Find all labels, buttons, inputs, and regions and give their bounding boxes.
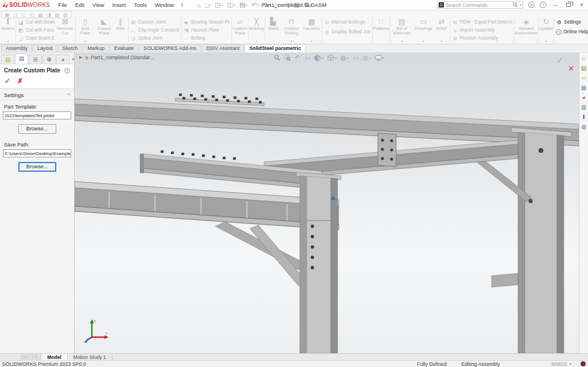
forum-icon[interactable]: ◍ — [581, 123, 586, 130]
last-tab-icon[interactable]: » — [35, 354, 37, 360]
custom-plate-button[interactable]: ▱ Custom Plate — [233, 17, 247, 43]
file-explorer-icon[interactable]: ▱ — [582, 75, 586, 81]
dropdown-caret-icon[interactable]: ▾ — [545, 39, 547, 43]
prev-tab-icon[interactable]: ‹ — [28, 354, 30, 360]
tab-assembly[interactable]: Assembly — [1, 44, 32, 52]
view-palette-icon[interactable]: ▦ — [581, 84, 586, 91]
display-bolted-joints-button[interactable]: ◎Display Bolted Joints — [324, 28, 370, 36]
dropdown-caret-icon[interactable]: ▾ — [84, 39, 86, 43]
toolbar-icon-8[interactable]: ▨ — [63, 12, 68, 18]
dropdown-caret-icon[interactable]: ▾ — [423, 39, 424, 43]
gusset-plate-button[interactable]: ◣ Gusset Plate — [94, 17, 114, 43]
tab-display-manager[interactable]: ◕ — [56, 55, 69, 64]
toolbar-icon-6[interactable]: ◨ — [47, 12, 52, 18]
graphics-viewport[interactable]: ▶ ◈ Part1_completed (Standar... ↶ ◑▾ ▾ ▾… — [75, 53, 579, 353]
cut-with-beams-button[interactable]: ◪Cut with Beams — [18, 18, 55, 26]
cancel-button[interactable]: ✗ — [17, 77, 23, 85]
first-tab-icon[interactable]: « — [24, 354, 26, 360]
tab-layout[interactable]: Layout — [33, 44, 57, 52]
units-selector[interactable]: MMGS▾ — [552, 361, 571, 367]
close-button[interactable]: × — [578, 2, 586, 8]
clip-angle-connection-button[interactable]: ∟Clip Angle Connection — [130, 26, 179, 34]
bolting-button[interactable]: ∴Bolting — [183, 34, 230, 42]
toolbar-icon-1[interactable]: ▣ — [5, 12, 10, 18]
confirmation-ok-icon[interactable]: ✓ — [556, 56, 563, 65]
toolbar-icon-2[interactable]: ◲ — [13, 12, 18, 18]
view-orientation-icon[interactable]: ▾ — [314, 55, 323, 61]
save-path-field[interactable]: C:\Users\Simon\Desktop\Example_1.sldp — [3, 149, 71, 157]
menu-tools[interactable]: Tools — [134, 2, 146, 8]
select-icon[interactable]: ▷▾ — [275, 1, 282, 9]
tab-markup[interactable]: Markup — [83, 44, 109, 52]
cope-beam-end-button[interactable]: ◿Cope Beam End — [18, 34, 55, 42]
patterns-button[interactable]: ∷ Patterns — [373, 17, 389, 43]
collapse-chevron-icon[interactable]: ^ — [68, 92, 70, 98]
tab-solidworks-addins[interactable]: SOLIDWORKS Add-Ins — [139, 44, 201, 52]
manual-boltings-button[interactable]: ⊙Manual Boltings — [324, 18, 370, 26]
sdnf-button[interactable]: ⇄ SDNF ▾ — [434, 17, 449, 43]
design-library-icon[interactable]: ▤ — [581, 65, 586, 71]
cut-with-face-button[interactable]: ◩Cut with Face — [18, 26, 55, 34]
undo-icon[interactable]: ↶▾ — [252, 1, 259, 9]
bill-of-materials-button[interactable]: ▤ Bill of Materials ▾ — [391, 17, 413, 43]
ok-button[interactable]: ✓ — [5, 77, 10, 85]
breadcrumb[interactable]: ▶ ◈ Part1_completed (Standar... — [79, 55, 154, 60]
confirmation-cancel-icon[interactable]: × — [568, 63, 574, 73]
menu-view[interactable]: View — [92, 2, 104, 8]
bracing-button[interactable]: ╳ Bracing ▾ — [249, 17, 264, 43]
edit-appearance-icon[interactable]: ●▾ — [353, 55, 359, 61]
tab-dimxpert-manager[interactable]: ⊕ — [42, 55, 56, 64]
tab-configuration-manager[interactable]: ⊞ — [29, 55, 42, 64]
update-button[interactable]: ↻ Update ▾ — [539, 17, 554, 43]
tab-sketch[interactable]: Sketch — [58, 44, 83, 52]
help-icon[interactable]: ? — [540, 2, 546, 8]
hide-show-items-icon[interactable]: ◍▾ — [341, 54, 349, 61]
custom-properties-icon[interactable]: ▥ — [581, 104, 586, 110]
display-style-icon[interactable]: ▾ — [327, 55, 336, 61]
search-icon[interactable] — [513, 2, 518, 7]
pdm-equal-part-detection-button[interactable]: ⇆PDM - Equal Part Detection — [452, 18, 512, 26]
tab-model[interactable]: Model — [41, 354, 68, 360]
tray-status-icon[interactable] — [581, 361, 586, 366]
dropdown-caret-icon[interactable]: ▾ — [440, 39, 442, 43]
import-assembly-button[interactable]: ⇘Import Assembly — [452, 26, 512, 34]
tab-feature-manager[interactable]: ▤ — [1, 55, 14, 64]
new-document-icon[interactable]: □▾ — [204, 2, 211, 9]
dropdown-caret-icon[interactable]: ▾ — [7, 39, 9, 43]
dropdown-caret-icon[interactable]: ▾ — [256, 39, 257, 43]
zoom-to-area-icon[interactable] — [284, 55, 291, 61]
bearing-gusset-plate-button[interactable]: ◆Bearing Gusset Plate — [183, 18, 230, 26]
toolbar-icon-4[interactable]: ◰ — [30, 12, 35, 18]
ribs-button[interactable]: ∥ Ribs — [114, 17, 127, 43]
custom-joint-button[interactable]: ⊞Custom Joint — [130, 18, 179, 26]
tab-solidsteel-parametric[interactable]: SolidSteel parametric — [245, 44, 305, 52]
next-tab-icon[interactable]: › — [32, 354, 33, 360]
user-account-icon[interactable]: ᴏ — [528, 2, 535, 8]
appearances-scenes-icon[interactable]: ◕ — [582, 94, 585, 101]
drawings-button[interactable]: ▭ Drawings ▾ — [412, 17, 434, 43]
facades-button[interactable]: ▦ Facades ▾ — [303, 17, 321, 43]
save-icon[interactable]: ◫▾ — [227, 1, 235, 9]
redo-icon[interactable]: ↷▾ — [264, 1, 271, 9]
settings-button[interactable]: ⚙Settings — [556, 18, 588, 26]
view-settings-icon[interactable]: ▾ — [375, 55, 384, 61]
pin-menu-icon[interactable]: ✎ — [179, 1, 185, 9]
haunch-plate-button[interactable]: ◥Haunch Plate — [183, 26, 230, 34]
tab-motion-study[interactable]: Motion Study 1 — [68, 354, 113, 360]
minimize-button[interactable]: – — [551, 2, 559, 8]
options-icon[interactable]: ⚙▾ — [304, 1, 312, 9]
tab-dstv-assistant[interactable]: DStV Assistant — [202, 44, 244, 52]
menu-file[interactable]: File — [58, 2, 67, 8]
panel-help-icon[interactable]: ? — [64, 68, 70, 74]
breadcrumb-arrow-icon[interactable]: ▶ — [79, 55, 82, 60]
home-icon[interactable]: ⌂ — [197, 2, 201, 9]
tab-evaluate[interactable]: Evaluate — [110, 44, 138, 52]
tab-navigation-buttons[interactable]: « ‹ › » — [21, 354, 41, 360]
end-plate-button[interactable]: ▯ End Plate ▾ — [76, 17, 95, 43]
welded-assemblies-button[interactable]: ◈ Welded Assemblies — [515, 17, 537, 43]
custom-railing-button[interactable]: ⊓ Custom Railing ▾ — [281, 17, 303, 43]
steel-frame-model[interactable] — [75, 53, 579, 353]
browse-save-path-button[interactable]: Browse... — [18, 162, 56, 172]
dropdown-caret-icon[interactable]: ▾ — [311, 39, 312, 43]
print-icon[interactable]: ▤▾ — [239, 1, 247, 9]
